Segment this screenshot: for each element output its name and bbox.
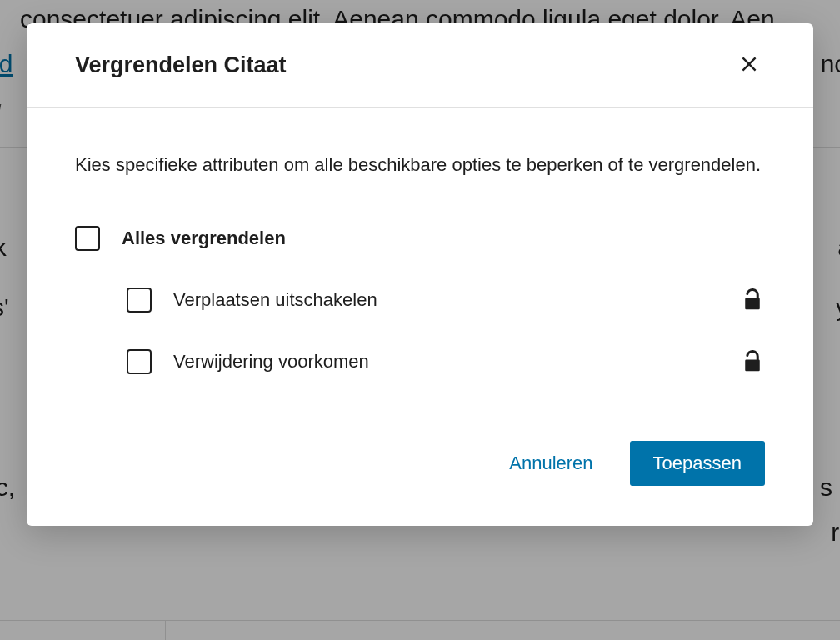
lock-all-label[interactable]: Alles vergrendelen: [122, 228, 286, 249]
prevent-removal-checkbox[interactable]: [127, 349, 152, 374]
svg-rect-2: [745, 298, 760, 310]
lock-block-modal: Vergrendelen Citaat Kies specifieke attr…: [27, 23, 813, 526]
prevent-removal-label[interactable]: Verwijdering voorkomen: [173, 351, 369, 372]
close-button[interactable]: [733, 48, 765, 82]
close-icon: [738, 53, 760, 78]
disable-move-row: Verplaatsen uitschakelen: [75, 288, 765, 312]
modal-footer: Annuleren Toepassen: [27, 416, 813, 526]
modal-body: Kies specifieke attributen om alle besch…: [27, 108, 813, 416]
disable-move-checkbox[interactable]: [127, 288, 152, 312]
cancel-button[interactable]: Annuleren: [486, 441, 616, 486]
lock-all-row: Alles vergrendelen: [75, 226, 765, 251]
modal-title: Vergrendelen Citaat: [75, 52, 287, 78]
svg-rect-3: [745, 360, 760, 372]
unlock-icon: [740, 288, 765, 312]
lock-all-checkbox[interactable]: [75, 226, 100, 251]
unlock-icon: [740, 349, 765, 374]
apply-button[interactable]: Toepassen: [630, 441, 765, 486]
prevent-removal-row: Verwijdering voorkomen: [75, 349, 765, 374]
modal-header: Vergrendelen Citaat: [27, 23, 813, 108]
disable-move-label[interactable]: Verplaatsen uitschakelen: [173, 289, 378, 311]
modal-description: Kies specifieke attributen om alle besch…: [75, 150, 765, 179]
